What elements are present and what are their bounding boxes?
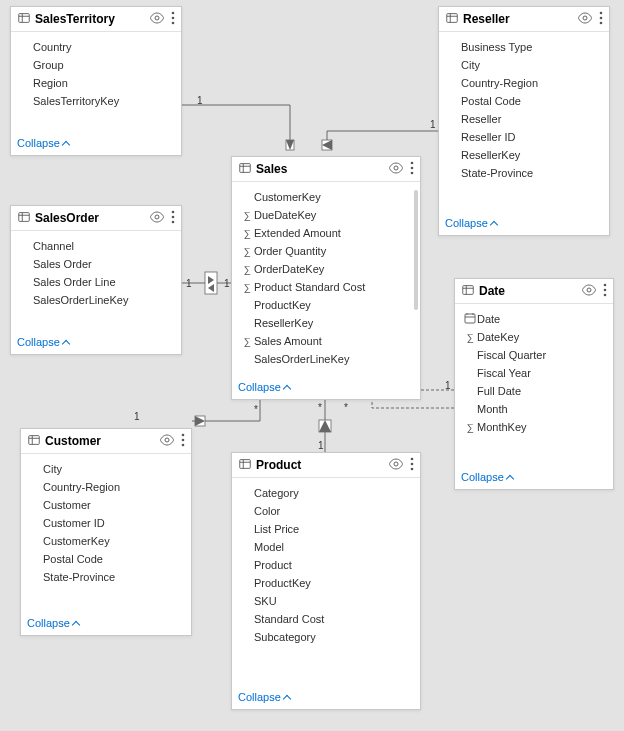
field-row[interactable]: ∑Product Standard Cost — [240, 278, 416, 296]
more-vertical-icon[interactable] — [181, 433, 185, 449]
field-row[interactable]: ·Sales Order — [19, 255, 177, 273]
field-row[interactable]: ·Country-Region — [29, 478, 187, 496]
field-row[interactable]: ∑DueDateKey — [240, 206, 416, 224]
table-card-sales[interactable]: Sales·CustomerKey∑DueDateKey∑Extended Am… — [231, 156, 421, 400]
field-row[interactable]: ·ResellerKey — [447, 146, 605, 164]
field-row[interactable]: ·SalesOrderLineKey — [19, 291, 177, 309]
field-row[interactable]: ·Reseller ID — [447, 128, 605, 146]
more-vertical-icon[interactable] — [171, 11, 175, 27]
eye-icon[interactable] — [159, 434, 175, 448]
field-row[interactable]: ·CustomerKey — [240, 188, 416, 206]
field-row[interactable]: ·ProductKey — [240, 296, 416, 314]
field-row[interactable]: ·Category — [240, 484, 416, 502]
field-row[interactable]: ·SalesOrderLineKey — [240, 350, 416, 368]
field-row[interactable]: ·ProductKey — [240, 574, 416, 592]
field-row[interactable]: ·Postal Code — [447, 92, 605, 110]
table-fields: ·Channel·Sales Order·Sales Order Line·Sa… — [11, 231, 181, 332]
field-row[interactable]: ∑DateKey — [463, 328, 609, 346]
model-diagram-canvas[interactable]: 1 * 1 * 1 1 1 * 1 * 1 * SalesTerritory·C… — [0, 0, 624, 731]
field-row[interactable]: Date — [463, 310, 609, 328]
eye-icon[interactable] — [388, 458, 404, 472]
cardinality-label: 1 — [186, 278, 192, 289]
field-label: CustomerKey — [254, 191, 321, 203]
field-row[interactable]: ·Reseller — [447, 110, 605, 128]
field-row[interactable]: ∑OrderDateKey — [240, 260, 416, 278]
field-row[interactable]: ·Model — [240, 538, 416, 556]
blank-icon: · — [240, 542, 254, 553]
table-card-product[interactable]: Product·Category·Color·List Price·Model·… — [231, 452, 421, 710]
field-row[interactable]: ∑Sales Amount — [240, 332, 416, 350]
table-card-salesorder[interactable]: SalesOrder·Channel·Sales Order·Sales Ord… — [10, 205, 182, 355]
collapse-link[interactable]: Collapse — [455, 467, 613, 489]
field-row[interactable]: ·Channel — [19, 237, 177, 255]
field-row[interactable]: ·Customer ID — [29, 514, 187, 532]
field-row[interactable]: ·Region — [19, 74, 177, 92]
field-row[interactable]: ·Month — [463, 400, 609, 418]
field-row[interactable]: ∑MonthKey — [463, 418, 609, 436]
more-vertical-icon[interactable] — [410, 161, 414, 177]
table-header[interactable]: SalesOrder — [11, 206, 181, 231]
field-row[interactable]: ·City — [29, 460, 187, 478]
field-row[interactable]: ·List Price — [240, 520, 416, 538]
field-row[interactable]: ·SalesTerritoryKey — [19, 92, 177, 110]
field-row[interactable]: ·Fiscal Year — [463, 364, 609, 382]
field-row[interactable]: ·Color — [240, 502, 416, 520]
field-row[interactable]: ·Country-Region — [447, 74, 605, 92]
collapse-link[interactable]: Collapse — [439, 213, 609, 235]
table-card-salesterritory[interactable]: SalesTerritory·Country·Group·Region·Sale… — [10, 6, 182, 156]
field-row[interactable]: ·Product — [240, 556, 416, 574]
field-label: State-Province — [461, 167, 533, 179]
table-header[interactable]: Sales — [232, 157, 420, 182]
table-header[interactable]: Customer — [21, 429, 191, 454]
table-header[interactable]: Reseller — [439, 7, 609, 32]
field-row[interactable]: ∑Order Quantity — [240, 242, 416, 260]
eye-icon[interactable] — [149, 12, 165, 26]
svg-rect-2 — [205, 272, 217, 294]
collapse-link[interactable]: Collapse — [11, 332, 181, 354]
field-row[interactable]: ∑Extended Amount — [240, 224, 416, 242]
collapse-link[interactable]: Collapse — [21, 613, 191, 635]
eye-icon[interactable] — [388, 162, 404, 176]
cardinality-label: 1 — [445, 380, 451, 391]
field-row[interactable]: ·Subcategory — [240, 628, 416, 646]
field-row[interactable]: ·State-Province — [447, 164, 605, 182]
more-vertical-icon[interactable] — [599, 11, 603, 27]
eye-icon[interactable] — [581, 284, 597, 298]
field-row[interactable]: ·Full Date — [463, 382, 609, 400]
collapse-link[interactable]: Collapse — [232, 687, 420, 709]
field-row[interactable]: ·State-Province — [29, 568, 187, 586]
field-row[interactable]: ·ResellerKey — [240, 314, 416, 332]
sigma-icon: ∑ — [240, 282, 254, 293]
more-vertical-icon[interactable] — [171, 210, 175, 226]
field-row[interactable]: ·CustomerKey — [29, 532, 187, 550]
collapse-label: Collapse — [461, 471, 504, 483]
field-row[interactable]: ·City — [447, 56, 605, 74]
eye-icon[interactable] — [149, 211, 165, 225]
field-row[interactable]: ·Fiscal Quarter — [463, 346, 609, 364]
field-row[interactable]: ·Postal Code — [29, 550, 187, 568]
table-card-date[interactable]: DateDate∑DateKey·Fiscal Quarter·Fiscal Y… — [454, 278, 614, 490]
table-header[interactable]: SalesTerritory — [11, 7, 181, 32]
table-fields: ·CustomerKey∑DueDateKey∑Extended Amount∑… — [232, 182, 420, 377]
field-row[interactable]: ·SKU — [240, 592, 416, 610]
field-label: DueDateKey — [254, 209, 316, 221]
field-row[interactable]: ·Business Type — [447, 38, 605, 56]
table-header[interactable]: Product — [232, 453, 420, 478]
more-vertical-icon[interactable] — [410, 457, 414, 473]
more-vertical-icon[interactable] — [603, 283, 607, 299]
table-card-customer[interactable]: Customer·City·Country-Region·Customer·Cu… — [20, 428, 192, 636]
table-header[interactable]: Date — [455, 279, 613, 304]
field-row[interactable]: ·Group — [19, 56, 177, 74]
table-card-reseller[interactable]: Reseller·Business Type·City·Country-Regi… — [438, 6, 610, 236]
collapse-link[interactable]: Collapse — [11, 133, 181, 155]
blank-icon: · — [240, 560, 254, 571]
field-row[interactable]: ·Country — [19, 38, 177, 56]
field-label: Extended Amount — [254, 227, 341, 239]
collapse-link[interactable]: Collapse — [232, 377, 420, 399]
scrollbar[interactable] — [414, 190, 418, 310]
field-row[interactable]: ·Standard Cost — [240, 610, 416, 628]
eye-icon[interactable] — [577, 12, 593, 26]
field-row[interactable]: ·Sales Order Line — [19, 273, 177, 291]
field-row[interactable]: ·Customer — [29, 496, 187, 514]
cardinality-label: * — [254, 404, 258, 415]
